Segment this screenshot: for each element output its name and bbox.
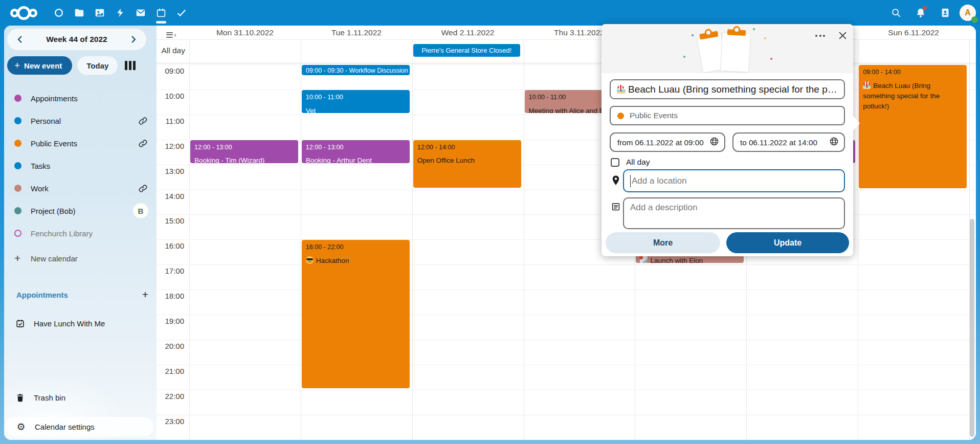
user-avatar[interactable]: A — [960, 5, 976, 21]
circle-icon[interactable] — [49, 0, 69, 26]
time-label-10-00: 10:00 — [157, 92, 184, 100]
time-label-11-00: 11:00 — [157, 117, 184, 125]
event-time: 16:00 - 22:00 — [306, 242, 406, 252]
calendar-check-icon — [14, 319, 26, 328]
new-event-button[interactable]: + New event — [7, 56, 72, 75]
more-options-icon[interactable] — [812, 32, 828, 40]
avatar-letter: A — [965, 8, 971, 17]
event-09-00-09-30-workflow-discussion[interactable]: 09:00 - 09:30 - Workflow Discussion — [302, 65, 410, 75]
week-title[interactable]: Week 44 of 2022 — [46, 35, 107, 44]
popover-actions — [812, 30, 848, 41]
calendar-icon[interactable] — [151, 0, 171, 26]
menu-bars — [166, 32, 173, 38]
timezone-globe-icon[interactable] — [709, 137, 719, 148]
sidebar-calendar-personal[interactable]: Personal — [4, 109, 157, 132]
share-link-icon[interactable] — [137, 138, 148, 149]
calendar-color-dot — [14, 162, 21, 169]
next-week-button[interactable] — [125, 31, 142, 48]
calendar-actions: + New event Today — [7, 56, 153, 75]
files-icon[interactable] — [69, 0, 90, 26]
notifications-icon[interactable] — [910, 0, 931, 26]
confetti-dot — [753, 28, 755, 30]
time-label-15-00: 15:00 — [157, 216, 184, 225]
mail-icon[interactable] — [130, 0, 151, 26]
calendar-color-dot — [14, 207, 21, 214]
online-status-dot — [971, 16, 978, 23]
beach-umbrella-emoji-icon — [863, 81, 871, 89]
new-calendar-button[interactable]: + New calendar — [4, 247, 157, 270]
location-input[interactable]: Add a location — [623, 169, 845, 192]
event-booking-tim-wizard[interactable]: 12:00 - 13:00Booking - Tim (Wizard) — [190, 140, 298, 163]
event-title-input[interactable]: Beach Luau (Bring something special for … — [610, 79, 845, 99]
calendar-picker[interactable]: Public Events — [610, 106, 845, 125]
confetti-dot — [770, 58, 772, 60]
search-icon[interactable] — [886, 0, 906, 26]
event-editor-popover: Beach Luau (Bring something special for … — [602, 24, 853, 256]
calendar-color-dot — [617, 113, 624, 119]
day-header-tue-1-11-2022: Tue 1.11.2022 — [301, 27, 412, 38]
popover-arrow — [853, 116, 860, 131]
event-vet[interactable]: 10:00 - 11:00Vet — [302, 90, 410, 113]
time-label-18-00: 18:00 — [157, 292, 184, 300]
trash-bin-button[interactable]: Trash bin — [4, 386, 157, 409]
sidebar-calendar-project-bob[interactable]: Project (Bob)B — [4, 199, 157, 222]
hour-line — [157, 365, 976, 365]
event-hackathon[interactable]: 16:00 - 22:00Hackathon — [302, 240, 410, 388]
confetti-dot — [764, 37, 766, 39]
sidebar-calendar-public-events[interactable]: Public Events — [4, 132, 157, 154]
nextcloud-logo[interactable] — [10, 0, 37, 26]
update-button[interactable]: Update — [726, 232, 849, 253]
calendar-sidebar: Week 44 of 2022 + New event Today Appoin… — [4, 26, 157, 440]
day-header-sun-6-11-2022: Sun 6.11.2022 — [858, 27, 969, 38]
calendar-color-dot — [14, 95, 21, 102]
hour-line — [157, 290, 976, 290]
time-label-14-00: 14:00 — [157, 192, 184, 201]
app-launcher — [49, 0, 192, 26]
photos-icon[interactable] — [90, 0, 110, 26]
event-booking-arthur-dent[interactable]: 12:00 - 13:00Booking - Arthur Dent — [302, 140, 410, 163]
time-label-19-00: 19:00 — [157, 317, 184, 325]
sidebar-calendar-appointments[interactable]: Appointments — [4, 87, 157, 109]
activity-icon[interactable] — [110, 0, 130, 26]
more-button[interactable]: More — [606, 232, 720, 253]
event-open-office-lunch[interactable]: 12:00 - 14:00Open Office Lunch — [413, 140, 521, 188]
plus-icon: + — [14, 60, 20, 71]
sidebar-calendar-tasks[interactable]: Tasks — [4, 154, 157, 177]
calendar-settings-button[interactable]: ⚙ Calendar settings — [5, 417, 153, 436]
time-label-20-00: 20:00 — [157, 342, 184, 350]
sidebar-toggle-icon[interactable]: ‹ — [166, 32, 176, 38]
calendar-name: Tasks — [31, 162, 148, 170]
event-title: Hackathon — [306, 256, 406, 266]
vertical-scrollbar[interactable] — [970, 219, 974, 437]
sidebar-calendar-fenchurch-library[interactable]: Fenchurch Library — [4, 222, 157, 245]
end-datetime-field[interactable]: to 06.11.2022 at 14:00 — [732, 132, 845, 152]
appointment-item-have-lunch-with-me[interactable]: Have Lunch With Me — [4, 312, 157, 335]
share-link-icon[interactable] — [137, 183, 148, 194]
calendar-name: Appointments — [31, 94, 148, 103]
share-link-icon[interactable] — [137, 115, 148, 126]
time-label-09-00: 09:00 — [157, 66, 184, 75]
event-title: Booking - Arthur Dent — [306, 156, 406, 163]
today-button[interactable]: Today — [77, 56, 118, 75]
calendar-color-dot — [14, 230, 21, 237]
add-appointment-button[interactable]: + — [142, 288, 148, 301]
event-beach-luau-bring-something-special-for-the-potluck[interactable]: 09:00 - 14:00Beach Luau (Bring something… — [859, 65, 967, 188]
calendar-name: Work — [31, 184, 137, 193]
event-title: Open Office Lunch — [417, 156, 517, 166]
sidebar-calendar-work[interactable]: Work — [4, 177, 157, 199]
allday-checkbox-row[interactable]: All day — [611, 158, 650, 167]
allday-event-pierre-s-general-store-closed[interactable]: Pierre's General Store Closed! — [413, 44, 520, 57]
close-icon[interactable] — [837, 30, 848, 41]
week-view-icon[interactable] — [125, 61, 136, 70]
calendar-color-dot — [14, 140, 21, 147]
previous-week-button[interactable] — [11, 31, 29, 48]
contacts-icon[interactable] — [935, 0, 955, 26]
start-datetime-field[interactable]: from 06.11.2022 at 09:00 — [610, 132, 725, 152]
timezone-globe-icon[interactable] — [829, 137, 839, 148]
event-text: 09:00 - 09:30 - Workflow Discussion — [306, 66, 406, 75]
sunglasses-emoji-icon — [306, 256, 314, 264]
allday-checkbox[interactable] — [611, 158, 619, 167]
day-header-wed-2-11-2022: Wed 2.11.2022 — [412, 27, 524, 38]
tasks-icon[interactable] — [171, 0, 192, 26]
description-input[interactable]: Add a description — [623, 197, 845, 229]
